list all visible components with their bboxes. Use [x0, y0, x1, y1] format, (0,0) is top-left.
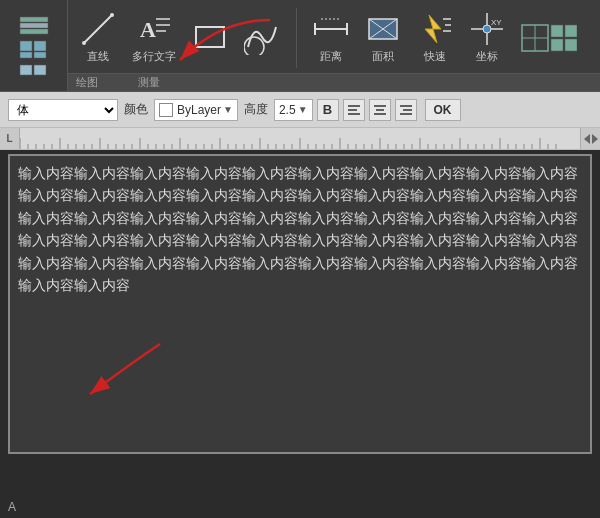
- coord-icon: XY: [469, 11, 505, 47]
- align-right-button[interactable]: [395, 99, 417, 121]
- ok-button[interactable]: OK: [425, 99, 461, 121]
- ruler-svg: [20, 128, 580, 149]
- toolbar-icons-row: 直线 A 多行文字: [68, 0, 600, 73]
- ruler-track: [20, 128, 580, 149]
- multitext-label: 多行文字: [132, 49, 176, 64]
- ruler-scroll-right[interactable]: [580, 128, 600, 149]
- svg-point-10: [82, 41, 86, 45]
- svg-marker-25: [425, 15, 441, 43]
- svg-point-17: [244, 37, 264, 55]
- align-center-icon: [373, 103, 387, 117]
- svg-rect-8: [34, 65, 46, 75]
- ruler-l-marker: L: [0, 128, 20, 149]
- coord-icon-area: XY: [469, 11, 505, 47]
- svg-rect-0: [20, 17, 48, 22]
- left-icon-stack: [18, 15, 50, 77]
- curve-icon: [244, 19, 280, 55]
- color-label: 颜色: [124, 101, 148, 118]
- grid-icon[interactable]: [18, 39, 50, 61]
- height-dropdown-arrow[interactable]: ▼: [298, 104, 308, 115]
- text-content[interactable]: 输入内容输入内容输入内容输入内容输入内容输入内容输入内容输入内容输入内容输入内容…: [18, 162, 582, 296]
- ruler: L: [0, 128, 600, 150]
- sub-icon: [18, 63, 50, 77]
- curve-icon-area: [244, 19, 280, 55]
- text-editor-container: 体 颜色 ByLayer ▼ 高度 2.5 ▼ B: [0, 92, 600, 518]
- rect-icon: [192, 19, 228, 55]
- tool-curve[interactable]: [240, 17, 284, 59]
- height-selector[interactable]: 2.5 ▼: [274, 99, 313, 121]
- align-left-button[interactable]: [343, 99, 365, 121]
- format-toolbar: 体 颜色 ByLayer ▼ 高度 2.5 ▼ B: [0, 92, 600, 128]
- svg-marker-119: [592, 134, 598, 144]
- tool-fast[interactable]: 快速: [413, 9, 457, 66]
- align-left-icon: [347, 103, 361, 117]
- color-dropdown-arrow[interactable]: ▼: [223, 104, 233, 115]
- toolbar-bottom-labels: 绘图 测量: [68, 73, 600, 91]
- svg-text:XY: XY: [491, 18, 502, 27]
- tool-area[interactable]: 面积: [361, 9, 405, 66]
- line-icon: [80, 11, 116, 47]
- svg-rect-2: [20, 29, 48, 34]
- editor-wrapper: 输入内容输入内容输入内容输入内容输入内容输入内容输入内容输入内容输入内容输入内容…: [0, 154, 600, 454]
- height-value: 2.5: [279, 103, 296, 117]
- area-icon: [365, 11, 401, 47]
- svg-rect-6: [34, 52, 46, 58]
- svg-rect-38: [551, 39, 563, 51]
- svg-rect-7: [20, 65, 32, 75]
- svg-marker-118: [584, 134, 590, 144]
- svg-point-11: [110, 13, 114, 17]
- fast-icon-area: [417, 11, 453, 47]
- toolbar-main: 直线 A 多行文字: [68, 0, 600, 91]
- distance-icon-area: [313, 11, 349, 47]
- svg-rect-4: [34, 41, 46, 51]
- bold-button[interactable]: B: [317, 99, 339, 121]
- area-icon-area: [365, 11, 401, 47]
- distance-icon: [313, 11, 349, 47]
- text-editing-area[interactable]: 输入内容输入内容输入内容输入内容输入内容输入内容输入内容输入内容输入内容输入内容…: [8, 154, 592, 454]
- svg-rect-16: [196, 27, 224, 47]
- measure-section-label: 测量: [138, 75, 160, 90]
- fast-label: 快速: [424, 49, 446, 64]
- fast-icon: [417, 11, 453, 47]
- ruler-arrows-icon: [583, 131, 599, 147]
- svg-rect-3: [20, 41, 32, 51]
- separator-1: [296, 8, 297, 68]
- color-value: ByLayer: [177, 103, 221, 117]
- color-picker[interactable]: ByLayer ▼: [154, 99, 238, 121]
- layers-icon[interactable]: [18, 15, 50, 37]
- line-label: 直线: [87, 49, 109, 64]
- svg-rect-5: [20, 52, 32, 58]
- tool-coord[interactable]: XY 坐标: [465, 9, 509, 66]
- distance-label: 距离: [320, 49, 342, 64]
- svg-point-31: [483, 25, 491, 33]
- color-swatch: [159, 103, 173, 117]
- font-select[interactable]: 体: [8, 99, 118, 121]
- svg-rect-37: [565, 25, 577, 37]
- rect-icon-area: [192, 19, 228, 55]
- tool-line[interactable]: 直线: [76, 9, 120, 66]
- extra-grid-icon[interactable]: [521, 24, 577, 52]
- tool-distance[interactable]: 距离: [309, 9, 353, 66]
- align-right-icon: [399, 103, 413, 117]
- svg-rect-1: [20, 23, 48, 28]
- area-label: 面积: [372, 49, 394, 64]
- svg-rect-39: [565, 39, 577, 51]
- multitext-icon-area: A: [136, 11, 172, 47]
- multitext-icon: A: [136, 11, 172, 47]
- draw-section-label: 绘图: [76, 75, 98, 90]
- tool-multitext[interactable]: A 多行文字: [128, 9, 180, 66]
- corner-a-label: A: [8, 500, 16, 514]
- svg-line-9: [84, 15, 112, 43]
- toolbar: 直线 A 多行文字: [0, 0, 600, 92]
- svg-text:A: A: [140, 17, 156, 42]
- extra-tools: [521, 24, 577, 52]
- svg-rect-36: [551, 25, 563, 37]
- tool-rect[interactable]: [188, 17, 232, 59]
- align-center-button[interactable]: [369, 99, 391, 121]
- toolbar-left-panel: [0, 0, 68, 91]
- line-icon-area: [80, 11, 116, 47]
- coord-label: 坐标: [476, 49, 498, 64]
- height-label: 高度: [244, 101, 268, 118]
